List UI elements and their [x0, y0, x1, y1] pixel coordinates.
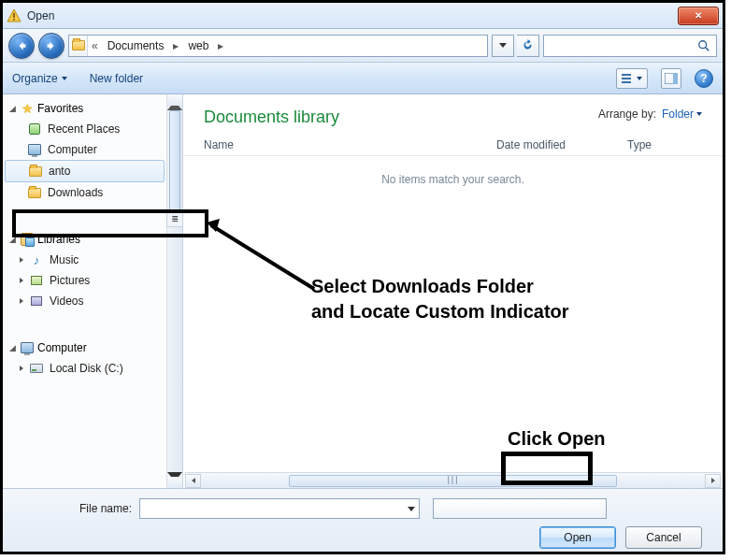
preview-pane-button[interactable] [661, 68, 681, 89]
computer-icon [28, 144, 41, 155]
tree-item-label: Music [50, 253, 79, 266]
search-icon [697, 39, 710, 52]
star-icon: ★ [20, 101, 35, 116]
sidebar-item-computer-fav[interactable]: Computer [3, 139, 166, 160]
svg-point-3 [699, 40, 707, 48]
sidebar-item-videos[interactable]: Videos [3, 291, 166, 311]
annotation-text-click-open: Click Open [508, 428, 605, 450]
column-headers[interactable]: Name Date modified Type [183, 131, 723, 156]
tree-item-label: anto [49, 165, 70, 178]
folder-icon [69, 36, 88, 56]
breadcrumb-overflow[interactable]: « [88, 39, 102, 52]
tree-item-label: Local Disk (C:) [50, 362, 123, 375]
scroll-up-button[interactable] [167, 94, 182, 110]
videos-icon [31, 296, 42, 306]
chevron-down-icon [637, 77, 642, 80]
app-icon [7, 8, 22, 23]
organize-button[interactable]: Organize [12, 72, 67, 85]
help-icon: ? [700, 72, 707, 85]
new-folder-button[interactable]: New folder [90, 72, 143, 85]
arrange-label: Arrange by: [598, 108, 656, 121]
scroll-thumb[interactable] [169, 110, 180, 221]
help-button[interactable]: ? [695, 69, 713, 88]
arrange-by: Arrange by: Folder [598, 108, 702, 121]
tree-item-label: Downloads [48, 186, 103, 199]
cancel-button[interactable]: Cancel [625, 526, 702, 549]
sidebar-item-anto[interactable]: anto [5, 160, 165, 182]
title-bar: Open ✕ [3, 3, 723, 29]
tree-item-label: Videos [50, 294, 83, 308]
refresh-icon [522, 39, 534, 51]
svg-rect-9 [673, 73, 678, 84]
chevron-down-icon [62, 77, 67, 80]
back-button[interactable] [8, 33, 35, 59]
annotation-arrow [207, 219, 328, 303]
scroll-left-button[interactable] [185, 474, 201, 488]
annotation-highlight-downloads [12, 209, 208, 237]
sidebar: ◢ ★ Favorites Recent Places Computer ant… [3, 94, 167, 488]
expand-icon [20, 257, 23, 263]
sidebar-item-recent-places[interactable]: Recent Places [3, 119, 166, 139]
tree-group-computer[interactable]: ◢ Computer [3, 337, 166, 358]
arrange-by-dropdown[interactable]: Folder [662, 108, 702, 121]
filename-input[interactable] [139, 498, 420, 519]
view-icon [622, 73, 635, 84]
expand-icon [20, 366, 23, 371]
svg-rect-1 [13, 13, 15, 18]
tree-item-label: Computer [48, 143, 97, 156]
scroll-down-button[interactable] [167, 472, 182, 488]
tree-group-label: Favorites [37, 102, 83, 115]
filetype-filter[interactable] [433, 498, 607, 519]
annotation-highlight-open [501, 452, 593, 485]
tree-item-label: Recent Places [48, 122, 120, 136]
open-button[interactable]: Open [539, 526, 616, 549]
sidebar-scrollbar[interactable]: ≡ [167, 94, 183, 488]
breadcrumb[interactable]: « Documents ▸ web ▸ [68, 35, 488, 57]
sidebar-item-downloads[interactable]: Downloads [3, 182, 166, 203]
forward-button[interactable] [38, 33, 64, 59]
filename-label: File name: [20, 502, 132, 515]
chevron-right-icon[interactable]: ▸ [169, 39, 182, 52]
music-icon: ♪ [29, 252, 44, 267]
column-type[interactable]: Type [627, 138, 702, 151]
column-date-modified[interactable]: Date modified [496, 138, 627, 151]
svg-rect-5 [622, 74, 631, 76]
tree-group-label: Computer [37, 341, 87, 354]
chevron-down-icon[interactable] [408, 507, 415, 511]
view-button[interactable] [616, 68, 648, 89]
empty-message: No items match your search. [183, 156, 723, 203]
sidebar-item-local-disk-c[interactable]: Local Disk (C:) [3, 358, 166, 379]
folder-icon [29, 166, 42, 177]
svg-line-4 [706, 47, 710, 50]
collapse-icon: ◢ [8, 105, 17, 113]
collapse-icon: ◢ [8, 344, 17, 352]
search-input[interactable] [543, 35, 717, 57]
column-name[interactable]: Name [204, 138, 496, 151]
expand-icon [20, 298, 23, 304]
toolbar: Organize New folder ? [3, 63, 723, 94]
scroll-right-button[interactable] [705, 474, 721, 488]
refresh-button[interactable] [517, 35, 539, 57]
breadcrumb-item[interactable]: web [182, 36, 214, 56]
folder-icon [28, 188, 41, 198]
pictures-icon [31, 276, 42, 285]
expand-icon [20, 278, 23, 283]
window-title: Open [27, 9, 672, 22]
svg-rect-6 [622, 78, 631, 79]
tree-group-favorites[interactable]: ◢ ★ Favorites [3, 98, 166, 119]
content-h-scrollbar[interactable]: III [185, 472, 721, 488]
disk-icon [30, 364, 43, 373]
tree-item-label: Pictures [50, 274, 90, 287]
library-title: Documents library [204, 108, 339, 127]
sidebar-item-music[interactable]: ♪Music [3, 250, 166, 270]
preview-icon [665, 73, 678, 84]
breadcrumb-dropdown[interactable] [492, 35, 514, 57]
breadcrumb-item[interactable]: Documents [102, 36, 170, 56]
chevron-right-icon[interactable]: ▸ [214, 39, 227, 52]
recent-icon [29, 123, 40, 135]
sidebar-item-pictures[interactable]: Pictures [3, 270, 166, 291]
close-icon: ✕ [695, 10, 702, 21]
close-button[interactable]: ✕ [678, 7, 719, 25]
annotation-text-select: Select Downloads Folder and Locate Custo… [311, 274, 569, 324]
nav-bar: « Documents ▸ web ▸ [3, 29, 723, 63]
